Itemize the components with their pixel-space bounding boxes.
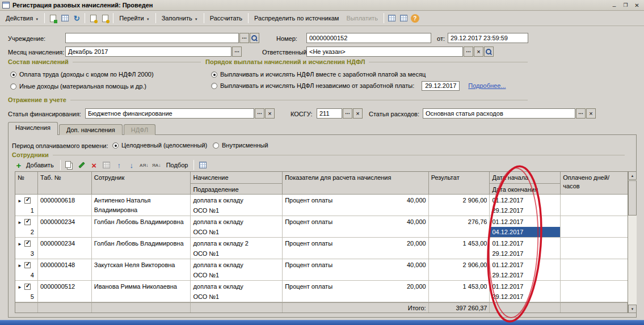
table-row[interactable]: 3 0000000234 Голбан Любовь Владимировна …	[15, 238, 628, 259]
tab-number-cell[interactable]: 0000000148	[38, 259, 92, 281]
kosgu-input[interactable]: 211	[317, 108, 342, 119]
help-icon[interactable]	[411, 14, 419, 23]
financing-clear-button[interactable]	[265, 108, 275, 119]
number-input[interactable]: 00000000152	[306, 33, 431, 43]
vertical-scrollbar[interactable]: ▲ ▼	[628, 171, 637, 313]
dates-cell[interactable]: 01.12.201704.12.2017	[490, 216, 561, 238]
pick-button[interactable]: Подбор	[164, 161, 191, 170]
row-checkbox[interactable]	[24, 284, 31, 290]
result-cell[interactable]: 1 453,00	[429, 238, 490, 259]
payment-date-input[interactable]: 29.12.2017	[422, 81, 460, 91]
paid-cell[interactable]	[561, 216, 628, 238]
more-link[interactable]: Подробнее...	[468, 82, 506, 89]
indicator-cell[interactable]: Процент оплаты40,000	[283, 259, 429, 281]
copy-document-icon[interactable]	[88, 13, 98, 23]
result-cell[interactable]: 2 906,00	[429, 195, 490, 216]
employee-cell[interactable]: Закутская Неля Викторовна	[92, 259, 191, 281]
table-row[interactable]: 4 0000000148 Закутская Неля Викторовна д…	[15, 259, 628, 281]
tab-accruals[interactable]: Начисления	[8, 122, 58, 135]
indicator-cell[interactable]: Процент оплаты40,000	[283, 195, 429, 216]
dates-cell[interactable]: 01.12.201729.12.2017	[490, 195, 561, 216]
row-select-cell[interactable]: 5	[15, 281, 38, 302]
row-checkbox[interactable]	[24, 262, 31, 268]
pay-sheet-icon[interactable]	[399, 13, 409, 23]
indicator-cell[interactable]: Процент оплаты20,000	[283, 238, 429, 259]
minimize-icon[interactable]	[609, 1, 619, 9]
edit-row-icon[interactable]	[77, 160, 87, 170]
institution-select-button[interactable]	[239, 33, 249, 43]
paid-cell[interactable]	[561, 195, 628, 216]
dates-cell[interactable]: 01.12.201729.12.2017	[490, 281, 561, 302]
radio-intra-shift[interactable]: Внутрисменный	[213, 141, 268, 149]
document-structure-icon[interactable]	[60, 13, 70, 23]
radio-full-day[interactable]: Целодневный (целосменный)	[112, 141, 207, 149]
result-cell[interactable]: 1 453,00	[429, 281, 490, 302]
month-input[interactable]: Декабрь 2017	[65, 47, 231, 57]
paid-cell[interactable]	[561, 259, 628, 281]
accrual-cell[interactable]: доплата к окладу 2ОСО №1	[191, 238, 283, 259]
actions-button[interactable]: Действия	[3, 13, 41, 23]
accrual-cell[interactable]: доплата к окладуОСО №1	[191, 195, 283, 216]
employee-cell[interactable]: Голбан Любовь Владимировна	[92, 238, 191, 259]
add-row-button[interactable]: Добавить	[11, 158, 57, 172]
institution-open-button[interactable]	[250, 33, 259, 43]
reread-icon[interactable]	[71, 13, 82, 23]
employee-cell[interactable]: Голбан Любовь Владимировна	[92, 216, 191, 238]
employee-cell[interactable]: Иванова Римма Николаевна	[92, 281, 191, 302]
scroll-down-icon[interactable]: ▼	[628, 305, 637, 313]
kosgu-clear-button[interactable]	[353, 108, 363, 119]
paid-cell[interactable]	[561, 238, 628, 259]
goto-button[interactable]: Перейти	[116, 13, 153, 23]
paid-cell[interactable]	[561, 281, 628, 302]
sort-desc-icon[interactable]	[151, 160, 162, 170]
expense-select-button[interactable]	[576, 108, 586, 119]
month-select-button[interactable]	[232, 47, 242, 57]
radio-pay-with-salary[interactable]: Выплачивать и исчислять НДФЛ вместе с за…	[211, 70, 426, 78]
row-checkbox[interactable]	[24, 197, 31, 204]
indicator-cell[interactable]: Процент оплаты20,000	[283, 281, 429, 302]
payment-list-icon[interactable]	[387, 13, 397, 23]
responsible-open-button[interactable]	[484, 47, 494, 57]
maximize-icon[interactable]	[621, 1, 630, 9]
delete-row-icon[interactable]	[89, 160, 99, 170]
tab-number-cell[interactable]: 0000000234	[38, 238, 92, 259]
row-checkbox[interactable]	[24, 240, 31, 247]
table-row[interactable]: 2 0000000234 Голбан Любовь Владимировна …	[15, 216, 628, 238]
result-cell[interactable]: 2 906,00	[429, 259, 490, 281]
create-based-on-icon[interactable]	[100, 13, 110, 23]
row-checkbox[interactable]	[24, 219, 31, 225]
distribute-button[interactable]: Распределить по источникам	[251, 13, 342, 23]
institution-input[interactable]	[65, 33, 239, 43]
tab-number-cell[interactable]: 0000000234	[38, 216, 92, 238]
row-select-cell[interactable]: 1	[15, 195, 38, 216]
radio-other-income[interactable]: Иные доходы (материальная помощь и др.)	[10, 82, 146, 90]
list-settings-icon[interactable]	[197, 160, 208, 170]
accrual-cell[interactable]: доплата к окладуОСО №1	[191, 216, 283, 238]
accrual-cell[interactable]: доплата к окладуОСО №1	[191, 259, 283, 281]
post-document-icon[interactable]	[48, 13, 58, 23]
financing-select-button[interactable]	[255, 108, 264, 119]
radio-salary-income[interactable]: Оплата труда (доходы с кодом по НДФЛ 200…	[10, 70, 154, 78]
radio-pay-independent[interactable]: Выплачивать и исчислять НДФЛ независимо …	[211, 82, 506, 90]
responsible-input[interactable]: <Не указан>	[306, 47, 463, 57]
move-down-icon[interactable]	[127, 160, 137, 170]
calculate-button[interactable]: Рассчитать	[207, 13, 245, 23]
dates-cell[interactable]: 01.12.201729.12.2017	[490, 259, 561, 281]
dates-cell[interactable]: 01.12.201729.12.2017	[490, 238, 561, 259]
result-cell[interactable]: 276,76	[429, 216, 490, 238]
table-row[interactable]: 1 0000000618 Антипенко Наталья Владимиро…	[15, 195, 628, 216]
sort-asc-icon[interactable]	[139, 160, 149, 170]
scroll-up-icon[interactable]: ▲	[628, 171, 637, 180]
employee-cell[interactable]: Антипенко Наталья Владимировна	[92, 195, 191, 216]
tab-number-cell[interactable]: 0000000618	[38, 195, 92, 216]
row-select-cell[interactable]: 2	[15, 216, 38, 238]
table-row[interactable]: 5 0000000512 Иванова Римма Николаевна до…	[15, 281, 628, 302]
financing-input[interactable]: Бюджетное финансирование	[85, 108, 254, 119]
copy-row-icon[interactable]	[64, 160, 74, 170]
accrual-cell[interactable]: доплата к окладуОСО №1	[191, 281, 283, 302]
tab-number-cell[interactable]: 0000000512	[38, 281, 92, 302]
expense-clear-button[interactable]	[586, 108, 596, 119]
kosgu-select-button[interactable]	[343, 108, 352, 119]
indicator-cell[interactable]: Процент оплаты40,000	[283, 216, 429, 238]
close-icon[interactable]	[632, 1, 642, 9]
